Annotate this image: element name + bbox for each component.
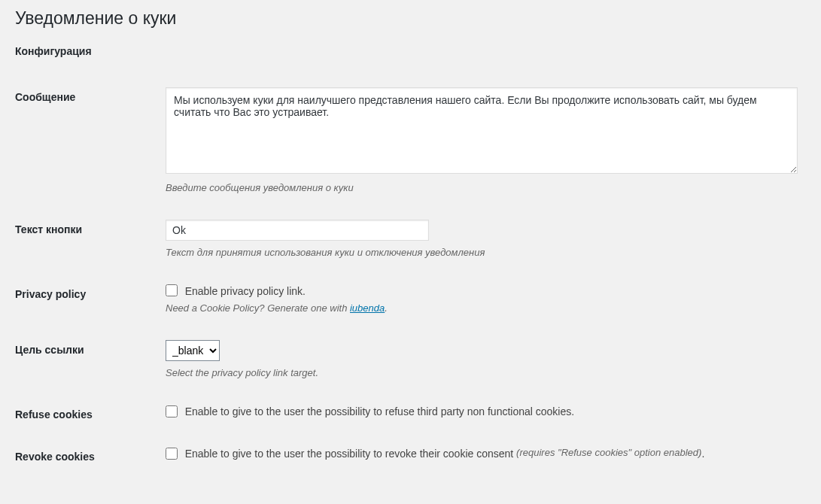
- link-target-row: Цель ссылки _blank Select the privacy po…: [15, 329, 806, 393]
- revoke-cookies-checkbox[interactable]: [166, 448, 178, 460]
- privacy-policy-checkbox-label: Enable privacy policy link.: [185, 284, 306, 296]
- refuse-cookies-checkbox-label: Enable to give to the user the possibili…: [185, 405, 575, 417]
- refuse-cookies-checkbox[interactable]: [166, 405, 178, 417]
- settings-form-table: Сообщение Мы используем куки для наилучш…: [15, 76, 806, 478]
- message-row: Сообщение Мы используем куки для наилучш…: [15, 76, 806, 208]
- revoke-cookies-suffix: .: [701, 448, 704, 460]
- link-target-label: Цель ссылки: [15, 329, 166, 393]
- revoke-cookies-label: Revoke cookies: [15, 436, 166, 478]
- button-text-label: Текст кнопки: [15, 208, 166, 273]
- revoke-cookies-row: Revoke cookies Enable to give to the use…: [15, 436, 806, 478]
- button-text-input[interactable]: [166, 220, 429, 241]
- link-target-description: Select the privacy policy link target.: [166, 367, 798, 378]
- button-text-description: Текст для принятия использования куки и …: [166, 247, 798, 258]
- link-target-select[interactable]: _blank: [166, 340, 220, 361]
- message-description: Введите сообщения уведомления о куки: [166, 182, 798, 193]
- refuse-cookies-label: Refuse cookies: [15, 393, 166, 436]
- revoke-cookies-checkbox-label: Enable to give to the user the possibili…: [185, 448, 516, 460]
- message-textarea[interactable]: Мы используем куки для наилучшего предст…: [166, 87, 798, 174]
- privacy-policy-desc-prefix: Need a Cookie Policy? Generate one with: [166, 302, 350, 314]
- message-label: Сообщение: [15, 76, 166, 208]
- privacy-policy-label: Privacy policy: [15, 273, 166, 329]
- privacy-policy-row: Privacy policy Enable privacy policy lin…: [15, 273, 806, 329]
- privacy-policy-checkbox[interactable]: [166, 284, 178, 296]
- refuse-cookies-row: Refuse cookies Enable to give to the use…: [15, 393, 806, 436]
- page-title: Уведомление о куки: [15, 8, 806, 30]
- revoke-cookies-note: (requires "Refuse cookies" option enable…: [516, 447, 701, 458]
- button-text-row: Текст кнопки Текст для принятия использо…: [15, 208, 806, 273]
- privacy-policy-description: Need a Cookie Policy? Generate one with …: [166, 302, 798, 314]
- iubenda-link[interactable]: iubenda: [350, 302, 385, 314]
- privacy-policy-desc-suffix: .: [385, 302, 388, 314]
- section-title: Конфигурация: [15, 45, 806, 57]
